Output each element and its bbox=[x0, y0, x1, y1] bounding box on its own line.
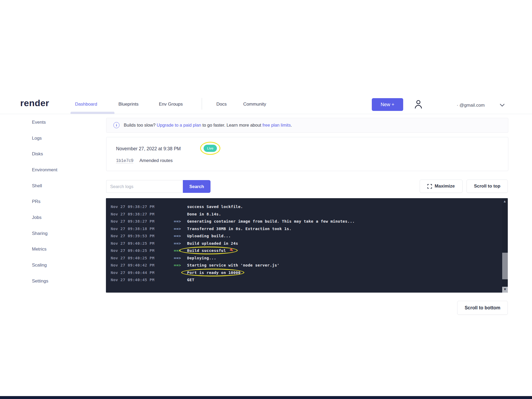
log-message: Done in 8.14s. bbox=[187, 212, 221, 216]
sidebar-item-metrics[interactable]: Metrics bbox=[32, 247, 47, 252]
log-timestamp: Nov 27 09:40:25 PM bbox=[111, 247, 174, 255]
log-line: Nov 27 09:38:27 PMDone in 8.14s. bbox=[111, 211, 497, 218]
log-arrow: ==> bbox=[174, 218, 187, 225]
scroll-to-bottom-button[interactable]: Scroll to bottom bbox=[457, 301, 508, 315]
nav-tab-env-groups[interactable]: Env Groups bbox=[159, 102, 183, 107]
log-message-annotated: Port is ready on 10000 bbox=[187, 271, 241, 275]
log-message: GET bbox=[187, 278, 194, 282]
terminal-scrollbar[interactable]: ▲ ▼ bbox=[502, 198, 508, 293]
scrollbar-thumb[interactable] bbox=[502, 253, 508, 279]
user-avatar-icon[interactable] bbox=[413, 98, 423, 110]
sidebar-item-shell[interactable]: Shell bbox=[32, 183, 42, 189]
maximize-button[interactable]: Maximize bbox=[420, 180, 463, 193]
log-arrow: ==> bbox=[174, 262, 187, 269]
sidebar-item-prs[interactable]: PRs bbox=[32, 199, 40, 204]
nav-tab-dashboard[interactable]: Dashboard bbox=[75, 102, 97, 107]
live-status-badge: Live bbox=[204, 145, 217, 152]
log-arrow: ==> bbox=[174, 225, 187, 233]
commit-message: Amended routes bbox=[139, 158, 173, 163]
log-arrow: ==> bbox=[174, 232, 187, 240]
free-plan-limits-link[interactable]: free plan limits bbox=[262, 123, 291, 127]
sidebar-item-environment[interactable]: Environment bbox=[32, 167, 57, 173]
nav-tab-blueprints[interactable]: Blueprints bbox=[118, 102, 139, 107]
log-line: Nov 27 09:38:18 PM==>Transferred 38MB in… bbox=[111, 225, 497, 233]
log-timestamp: Nov 27 09:38:18 PM bbox=[111, 225, 174, 233]
log-arrow: ==> bbox=[174, 255, 187, 262]
log-terminal: Nov 27 09:38:27 PMsuccess Saved lockfile… bbox=[106, 198, 508, 293]
log-line-port-ready: Nov 27 09:40:44 PMPort is ready on 10000 bbox=[111, 269, 497, 277]
log-line: Nov 27 09:40:25 PM==>Deploying... bbox=[111, 255, 497, 262]
bottom-bar bbox=[0, 396, 532, 399]
maximize-icon bbox=[427, 184, 432, 189]
log-message: Transferred 38MB in 8s. Extraction took … bbox=[187, 227, 292, 231]
sidebar-item-disks[interactable]: Disks bbox=[32, 151, 43, 157]
log-message: success Saved lockfile. bbox=[187, 205, 243, 209]
account-email[interactable]: · @gmail.com bbox=[457, 103, 485, 108]
info-icon: i bbox=[113, 122, 119, 128]
top-navbar bbox=[0, 0, 532, 20]
log-line: Nov 27 09:40:25 PM==>Build uploaded in 2… bbox=[111, 240, 497, 247]
sidebar-item-scaling[interactable]: Scaling bbox=[32, 263, 47, 268]
upgrade-plan-link[interactable]: Upgrade to a paid plan bbox=[157, 123, 201, 127]
scrollbar-up-icon[interactable]: ▲ bbox=[503, 199, 506, 203]
log-timestamp: Nov 27 09:38:27 PM bbox=[111, 211, 174, 218]
nav-divider bbox=[202, 98, 202, 110]
log-timestamp: Nov 27 09:38:27 PM bbox=[111, 203, 174, 211]
log-arrow: ==> bbox=[174, 240, 187, 247]
log-timestamp: Nov 27 09:40:44 PM bbox=[111, 269, 174, 277]
log-timestamp: Nov 27 09:40:25 PM bbox=[111, 255, 174, 262]
commit-hash-link[interactable]: 1b1e7c9 bbox=[116, 158, 133, 164]
log-line: Nov 27 09:40:42 PM==>Starting service wi… bbox=[111, 262, 497, 269]
deploy-date: November 27, 2022 at 9:38 PM bbox=[116, 146, 181, 152]
upgrade-banner: i Builds too slow? Upgrade to a paid pla… bbox=[106, 118, 508, 133]
log-message: Deploying... bbox=[187, 256, 216, 260]
nav-link-docs[interactable]: Docs bbox=[216, 102, 227, 107]
banner-text: Builds too slow? Upgrade to a paid plan … bbox=[124, 123, 292, 128]
log-arrow: ==> bbox=[174, 247, 187, 255]
sidebar-item-events[interactable]: Events bbox=[32, 120, 46, 125]
log-line: Nov 27 09:38:27 PMsuccess Saved lockfile… bbox=[111, 203, 497, 211]
nav-link-community[interactable]: Community bbox=[243, 102, 266, 107]
log-timestamp: Nov 27 09:40:45 PM bbox=[111, 276, 174, 284]
log-message: Uploading build... bbox=[187, 234, 231, 238]
log-message: Generating container image from build. T… bbox=[187, 219, 355, 223]
log-timestamp: Nov 27 09:40:25 PM bbox=[111, 240, 174, 247]
scroll-to-top-button[interactable]: Scroll to top bbox=[467, 180, 508, 193]
search-button[interactable]: Search bbox=[183, 180, 211, 193]
dashboard-active-indicator bbox=[71, 112, 114, 114]
log-lines: Nov 27 09:38:27 PMsuccess Saved lockfile… bbox=[111, 203, 497, 284]
render-logo[interactable]: render bbox=[20, 98, 49, 108]
commit-row: 1b1e7c9 Amended routes bbox=[116, 158, 173, 163]
sidebar-item-jobs[interactable]: Jobs bbox=[32, 215, 42, 220]
log-line: Nov 27 09:39:53 PM==>Uploading build... bbox=[111, 232, 497, 240]
sidebar-item-sharing[interactable]: Sharing bbox=[32, 231, 48, 236]
deploy-card: November 27, 2022 at 9:38 PM Live 1b1e7c… bbox=[106, 137, 508, 171]
scrollbar-down-icon[interactable]: ▼ bbox=[502, 287, 508, 293]
log-line: Nov 27 09:40:45 PMGET bbox=[111, 276, 497, 284]
navbar-bottom-border bbox=[0, 114, 532, 114]
new-button[interactable]: New + bbox=[372, 98, 403, 111]
log-timestamp: Nov 27 09:40:42 PM bbox=[111, 262, 174, 269]
log-message-annotated: Build successful bbox=[187, 248, 233, 253]
sidebar-item-logs[interactable]: Logs bbox=[32, 136, 42, 141]
log-timestamp: Nov 27 09:38:27 PM bbox=[111, 218, 174, 225]
search-logs-input[interactable] bbox=[106, 180, 183, 193]
log-message: Build uploaded in 24s bbox=[187, 241, 238, 246]
chevron-down-icon[interactable] bbox=[500, 104, 505, 107]
log-line: Nov 27 09:38:27 PM==>Generating containe… bbox=[111, 218, 497, 225]
party-popper-icon bbox=[229, 248, 234, 253]
sidebar-item-settings[interactable]: Settings bbox=[32, 279, 48, 284]
log-line-build-successful: Nov 27 09:40:25 PM==>Build successful bbox=[111, 247, 497, 255]
log-timestamp: Nov 27 09:39:53 PM bbox=[111, 232, 174, 240]
log-message: Starting service with 'node server.js' bbox=[187, 263, 279, 267]
live-status-wrap: Live bbox=[204, 145, 217, 152]
